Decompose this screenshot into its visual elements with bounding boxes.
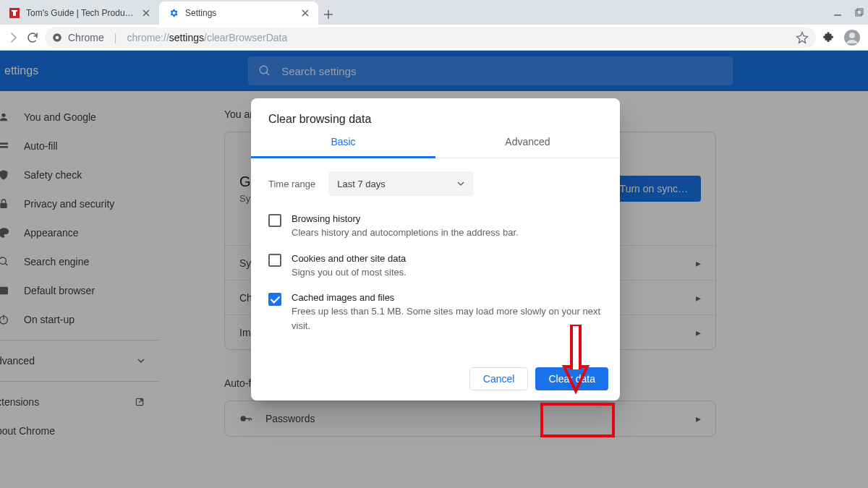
svg-rect-1 xyxy=(856,10,861,16)
extensions-icon[interactable] xyxy=(822,31,835,44)
time-range-label: Time range xyxy=(268,179,315,189)
forward-button[interactable] xyxy=(7,31,20,44)
bookmark-star-icon[interactable] xyxy=(796,31,809,44)
option-cookies: Cookies and other site data Signs you ou… xyxy=(268,253,603,280)
svg-rect-2 xyxy=(857,9,863,14)
option-browsing-history: Browsing history Clears history and auto… xyxy=(268,213,603,240)
tab-inactive[interactable]: Tom's Guide | Tech Product Revie xyxy=(0,1,159,25)
dialog-title: Clear browsing data xyxy=(251,98,620,136)
tab-strip: Tom's Guide | Tech Product Revie Setting… xyxy=(0,0,868,25)
checkbox[interactable] xyxy=(268,214,281,227)
tab-favicon-tomsguide xyxy=(9,7,20,19)
svg-point-6 xyxy=(849,33,855,38)
browser-chrome: Tom's Guide | Tech Product Revie Setting… xyxy=(0,0,868,51)
checkbox[interactable] xyxy=(268,254,281,267)
cancel-button[interactable]: Cancel xyxy=(469,367,529,390)
tab-basic[interactable]: Basic xyxy=(251,136,435,158)
site-info-icon[interactable] xyxy=(52,33,62,43)
svg-point-4 xyxy=(56,35,59,39)
close-icon[interactable] xyxy=(140,7,152,19)
time-range-select[interactable]: Last 7 days xyxy=(328,171,473,196)
url-scheme-label: Chrome xyxy=(68,32,104,43)
tab-title: Tom's Guide | Tech Product Revie xyxy=(26,8,135,18)
close-icon[interactable] xyxy=(299,7,311,19)
tab-active[interactable]: Settings xyxy=(159,1,318,25)
profile-avatar-icon[interactable] xyxy=(843,29,861,46)
option-cached: Cached images and files Frees up less th… xyxy=(268,292,603,333)
minimize-icon[interactable] xyxy=(833,8,842,17)
omnibox[interactable]: Chrome | chrome://settings/clearBrowserD… xyxy=(45,27,816,48)
clear-data-button[interactable]: Clear data xyxy=(535,367,608,390)
window-controls xyxy=(833,0,864,25)
tab-advanced[interactable]: Advanced xyxy=(435,136,620,158)
browser-toolbar: Chrome | chrome://settings/clearBrowserD… xyxy=(0,25,868,51)
maximize-icon[interactable] xyxy=(855,8,864,17)
gear-icon xyxy=(168,7,179,19)
reload-button[interactable] xyxy=(26,31,39,44)
url: chrome://settings/clearBrowserData xyxy=(127,32,287,43)
checkbox[interactable] xyxy=(268,293,281,306)
clear-browsing-data-dialog: Clear browsing data Basic Advanced Time … xyxy=(251,98,620,401)
chevron-down-icon xyxy=(457,180,464,187)
dialog-tabs: Basic Advanced xyxy=(251,136,620,158)
tab-title: Settings xyxy=(185,8,294,18)
toolbar-icons xyxy=(822,29,861,46)
new-tab-button[interactable] xyxy=(318,4,339,25)
